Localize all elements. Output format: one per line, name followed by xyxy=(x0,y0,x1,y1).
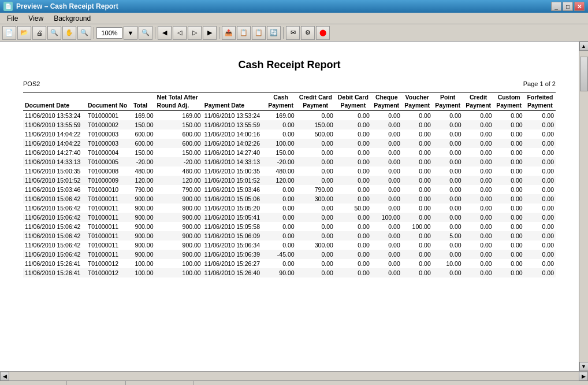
table-cell: 900.00 xyxy=(155,194,203,203)
table-cell: 0.00 xyxy=(433,240,463,250)
table-row: 11/06/2010 15:03:46T01000010790.00790.00… xyxy=(23,185,556,194)
table-cell: 0.00 xyxy=(433,222,463,231)
table-cell: 0.00 xyxy=(371,222,402,231)
tool-refresh[interactable]: 🔄 xyxy=(267,26,281,40)
status-current-page: Current Page No: 1 xyxy=(0,381,67,385)
table-cell: 11/06/2010 14:04:22 xyxy=(23,129,86,139)
table-cell: 11/06/2010 15:00:35 xyxy=(23,166,86,176)
table-cell: 11/06/2010 15:06:42 xyxy=(23,194,86,203)
col-header-point: PointPayment xyxy=(433,92,463,111)
nav-prev[interactable]: ◁ xyxy=(173,26,187,40)
scroll-down-button[interactable]: ▼ xyxy=(579,362,589,371)
scroll-up-button[interactable]: ▲ xyxy=(579,42,589,51)
table-cell: 50.00 xyxy=(335,203,371,213)
tool-settings[interactable]: ⚙ xyxy=(301,26,315,40)
table-cell: 0.00 xyxy=(494,111,524,121)
table-cell: 0.00 xyxy=(371,240,402,250)
scroll-track[interactable] xyxy=(580,51,588,362)
table-cell: T01000004 xyxy=(86,148,132,157)
table-cell: 790.00 xyxy=(296,185,335,194)
table-cell: 0.00 xyxy=(402,157,433,166)
tool-magnify[interactable]: 🔍 xyxy=(77,26,91,40)
table-cell: 0.00 xyxy=(296,111,335,121)
table-cell: 0.00 xyxy=(463,129,494,139)
tool-stop[interactable]: ⬤ xyxy=(316,26,330,40)
table-header-row: Document Date Document No Total Net Tota… xyxy=(23,92,556,111)
table-cell: 0.00 xyxy=(371,194,402,203)
right-scrollbar[interactable]: ▲ ▼ xyxy=(579,42,588,371)
table-cell: 0.00 xyxy=(335,166,371,176)
table-cell: 11/06/2010 15:03:46 xyxy=(23,185,86,194)
tool-paste[interactable]: 📋 xyxy=(252,26,266,40)
table-cell: T01000010 xyxy=(86,185,132,194)
tool-email[interactable]: ✉ xyxy=(286,26,300,40)
table-cell: 11/06/2010 15:06:42 xyxy=(23,203,86,213)
tool-print[interactable]: 🖨 xyxy=(32,26,46,40)
h-scroll-right[interactable]: ▶ xyxy=(579,372,588,381)
table-cell: 900.00 xyxy=(132,231,155,240)
table-cell: 0.00 xyxy=(433,120,463,129)
table-cell: 900.00 xyxy=(155,250,203,259)
zoom-input[interactable]: 100% xyxy=(96,27,122,39)
table-cell: 900.00 xyxy=(155,240,203,250)
nav-first[interactable]: ◀ xyxy=(158,26,172,40)
table-cell: -20.00 xyxy=(132,157,155,166)
table-cell: 0.00 xyxy=(266,231,296,240)
table-cell: 0.00 xyxy=(402,250,433,259)
table-cell: 100.00 xyxy=(266,139,296,148)
table-cell: 0.00 xyxy=(402,176,433,185)
table-cell: T01000011 xyxy=(86,240,132,250)
table-cell: 0.00 xyxy=(371,250,402,259)
h-scroll-left[interactable]: ◀ xyxy=(0,372,9,381)
table-cell: 900.00 xyxy=(132,213,155,222)
table-cell: 300.00 xyxy=(296,194,335,203)
table-cell: 0.00 xyxy=(463,194,494,203)
maximize-button[interactable]: □ xyxy=(563,2,573,11)
window-controls[interactable]: _ □ ✕ xyxy=(551,2,585,11)
window-title: Preview – Cash Receipt Report xyxy=(16,2,118,10)
table-cell: 0.00 xyxy=(433,157,463,166)
nav-next[interactable]: ▷ xyxy=(188,26,202,40)
tool-search[interactable]: 🔍 xyxy=(47,26,61,40)
menu-background[interactable]: Background xyxy=(49,13,95,24)
tool-open[interactable]: 📂 xyxy=(17,26,31,40)
table-cell: 0.00 xyxy=(335,240,371,250)
table-cell: 0.00 xyxy=(494,222,524,231)
table-cell: 0.00 xyxy=(296,139,335,148)
tool-copy[interactable]: 📋 xyxy=(237,26,251,40)
col-header-doc-date: Document Date xyxy=(23,92,86,111)
tool-export[interactable]: 📤 xyxy=(222,26,236,40)
table-cell: 150.00 xyxy=(132,148,155,157)
zoom-down[interactable]: ▼ xyxy=(124,26,137,40)
tool-hand[interactable]: ✋ xyxy=(62,26,76,40)
h-scrollbar[interactable]: ◀ ▶ xyxy=(0,371,588,380)
h-scroll-track[interactable] xyxy=(9,373,579,380)
table-cell: 900.00 xyxy=(132,222,155,231)
table-cell: 600.00 xyxy=(155,139,203,148)
table-cell: 0.00 xyxy=(296,231,335,240)
table-cell: 0.00 xyxy=(433,203,463,213)
table-cell: T01000011 xyxy=(86,250,132,259)
table-cell: 0.00 xyxy=(494,194,524,203)
table-cell: 0.00 xyxy=(494,231,524,240)
nav-last[interactable]: ▶ xyxy=(203,26,217,40)
menu-view[interactable]: View xyxy=(24,13,48,24)
table-cell: 11/06/2010 15:05:58 xyxy=(203,222,266,231)
menu-file[interactable]: File xyxy=(2,13,23,24)
table-cell: 11/06/2010 15:06:09 xyxy=(203,231,266,240)
table-cell: T01000002 xyxy=(86,120,132,129)
table-cell: 0.00 xyxy=(524,139,556,148)
table-cell: 0.00 xyxy=(463,268,494,277)
scroll-thumb[interactable] xyxy=(580,57,588,91)
tool-new[interactable]: 📄 xyxy=(2,26,16,40)
report-scroll[interactable]: Cash Receipt Report POS2 Page 1 of 2 Doc… xyxy=(0,42,579,371)
table-cell: 0.00 xyxy=(524,203,556,213)
col-header-forfeited: ForfeitedPayment xyxy=(524,92,556,111)
table-cell: 900.00 xyxy=(155,213,203,222)
close-button[interactable]: ✕ xyxy=(574,2,585,11)
table-cell: 0.00 xyxy=(266,222,296,231)
table-cell: 0.00 xyxy=(524,111,556,121)
zoom-up[interactable]: 🔍 xyxy=(139,26,152,40)
minimize-button[interactable]: _ xyxy=(551,2,561,11)
table-cell: 100.00 xyxy=(371,213,402,222)
